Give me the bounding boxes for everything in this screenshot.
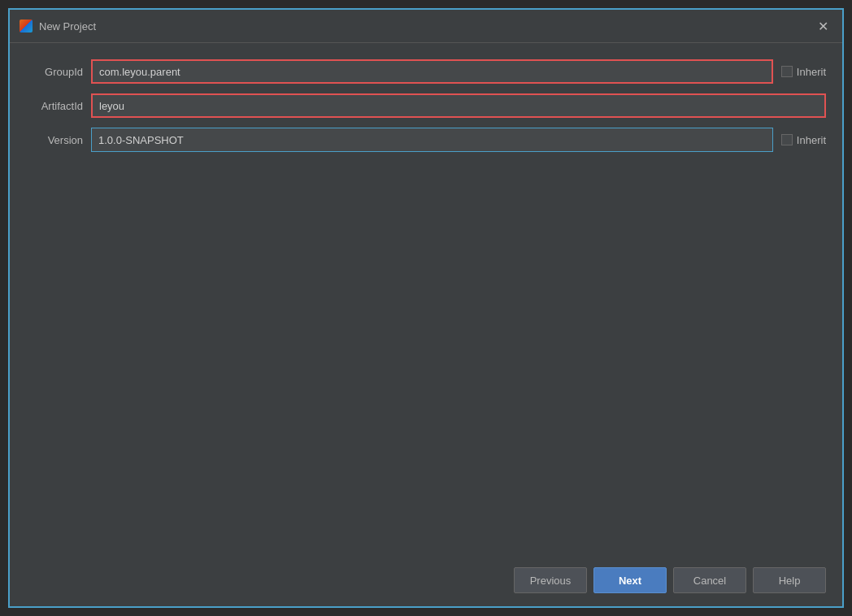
previous-button[interactable]: Previous [514, 567, 587, 593]
groupid-inherit-checkbox[interactable] [781, 66, 793, 77]
artifactid-input[interactable] [91, 93, 826, 118]
version-input-wrapper: Inherit [91, 128, 826, 152]
title-bar-left: New Project [20, 20, 96, 33]
version-row: Version Inherit [26, 128, 826, 152]
groupid-inherit-label: Inherit [797, 66, 826, 78]
app-icon [20, 20, 33, 33]
artifactid-label: ArtifactId [26, 100, 91, 112]
help-button[interactable]: Help [753, 567, 826, 593]
title-bar: New Project ✕ [10, 10, 842, 43]
groupid-input[interactable] [91, 59, 773, 84]
next-button[interactable]: Next [593, 567, 667, 593]
version-inherit-label: Inherit [797, 134, 826, 146]
groupid-input-wrapper: Inherit [91, 59, 826, 84]
groupid-inherit-wrapper: Inherit [781, 66, 826, 78]
version-label: Version [26, 134, 91, 146]
version-input[interactable] [91, 128, 773, 152]
groupid-label: GroupId [26, 66, 91, 78]
version-inherit-wrapper: Inherit [781, 134, 826, 146]
new-project-dialog: New Project ✕ GroupId Inherit ArtifactId [8, 8, 844, 608]
dialog-footer: Previous Next Cancel Help [10, 559, 842, 606]
artifactid-row: ArtifactId [26, 93, 826, 118]
groupid-row: GroupId Inherit [26, 59, 826, 84]
cancel-button[interactable]: Cancel [673, 567, 746, 593]
version-inherit-checkbox[interactable] [781, 134, 793, 145]
close-button[interactable]: ✕ [813, 16, 832, 36]
dialog-title: New Project [39, 20, 96, 33]
dialog-content: GroupId Inherit ArtifactId Version [10, 43, 842, 559]
artifactid-input-wrapper [91, 93, 826, 118]
